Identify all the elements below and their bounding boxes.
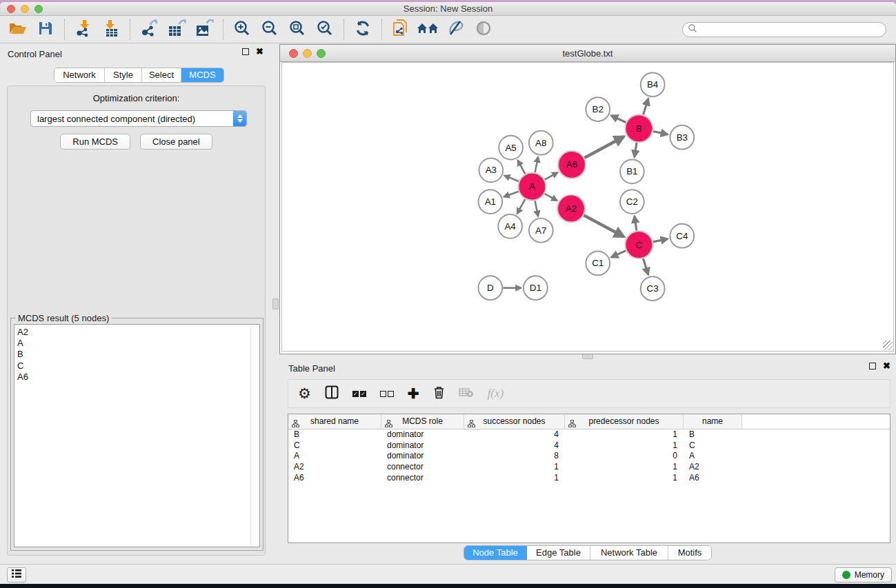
delete-row-button[interactable] [433, 385, 445, 402]
graph-node-C4[interactable]: C4 [670, 224, 694, 248]
memory-button[interactable]: Memory [835, 567, 892, 582]
close-panel-button[interactable]: Close panel [140, 134, 212, 150]
graph-node-C[interactable]: C [625, 231, 653, 258]
network-canvas[interactable]: AA1A2A3A4A5A6A7A8BB1B2B3B4CC1C2C3C4DD1 [281, 62, 894, 352]
node-table[interactable]: shared nameMCDS rolesuccessor nodesprede… [288, 414, 890, 543]
table-cell[interactable]: 1 [565, 429, 684, 440]
graph-node-B4[interactable]: B4 [641, 72, 665, 97]
export-image-button[interactable] [190, 18, 218, 41]
new-network-document-button[interactable] [387, 18, 415, 41]
graph-node-D[interactable]: D [478, 276, 502, 300]
graph-node-A4[interactable]: A4 [498, 214, 522, 239]
graph-edge-A-A4[interactable] [517, 199, 526, 214]
graph-node-C3[interactable]: C3 [641, 276, 665, 301]
add-row-button[interactable]: ✚ [408, 387, 419, 401]
table-cell[interactable]: B [288, 429, 381, 440]
table-cell[interactable]: A [288, 451, 381, 462]
zoom-in-button[interactable] [228, 18, 256, 41]
graph-node-A3[interactable]: A3 [479, 159, 503, 183]
float-table-panel-icon[interactable] [869, 363, 876, 369]
export-network-button[interactable] [135, 18, 163, 41]
graph-edge-B-B2[interactable] [611, 116, 626, 123]
deselect-all-check-button[interactable] [380, 391, 394, 397]
table-cell[interactable]: A6 [684, 473, 742, 484]
run-mcds-button[interactable]: Run MCDS [60, 134, 130, 150]
table-cell[interactable]: C [684, 440, 742, 452]
table-cell[interactable]: 1 [565, 440, 684, 452]
minimize-window-button[interactable] [21, 5, 29, 13]
table-cell[interactable]: dominator [381, 451, 464, 462]
export-table-button[interactable] [163, 18, 190, 41]
network-close-button[interactable] [289, 49, 298, 58]
graph-node-A8[interactable]: A8 [529, 131, 553, 155]
network-zoom-button[interactable] [317, 49, 326, 58]
graph-node-B[interactable]: B [625, 114, 653, 142]
graph-node-A7[interactable]: A7 [529, 219, 553, 243]
refresh-view-button[interactable] [349, 18, 377, 41]
table-row[interactable]: A6connector11A6 [288, 473, 890, 484]
table-cell[interactable]: 1 [565, 473, 684, 484]
graph-edge-C-C4[interactable] [653, 239, 668, 242]
column-header-mcds-role[interactable]: MCDS role [381, 414, 464, 429]
graph-edge-C-C3[interactable] [644, 258, 648, 274]
graph-edge-A2-C[interactable] [584, 215, 624, 236]
vertical-splitter-handle[interactable] [272, 298, 279, 310]
import-table-button[interactable] [97, 18, 125, 41]
column-header-predecessor-nodes[interactable]: predecessor nodes [565, 414, 684, 429]
graph-node-B3[interactable]: B3 [670, 125, 694, 150]
table-cell[interactable]: B [684, 429, 742, 440]
graph-edge-A-A3[interactable] [504, 176, 519, 181]
task-history-button[interactable] [7, 567, 26, 582]
result-list-item[interactable]: B [14, 349, 259, 360]
open-session-button[interactable] [4, 18, 32, 41]
table-cell[interactable]: A6 [288, 473, 381, 484]
table-cell[interactable]: connector [381, 462, 464, 473]
function-builder-button[interactable]: f(x) [488, 387, 504, 401]
delete-table-button[interactable] [459, 387, 474, 401]
graph-edge-B-B4[interactable] [644, 99, 648, 114]
result-list-item[interactable]: A2 [14, 327, 259, 338]
result-list-item[interactable]: A [14, 338, 259, 349]
graph-node-C1[interactable]: C1 [586, 252, 610, 276]
graph-node-D1[interactable]: D1 [524, 276, 548, 300]
column-header-successor-nodes[interactable]: successor nodes [464, 414, 565, 429]
graph-edge-C-C2[interactable] [635, 216, 637, 231]
graph-node-A6[interactable]: A6 [558, 151, 586, 179]
table-tab-motifs[interactable]: Motifs [668, 546, 711, 560]
save-session-button[interactable] [32, 18, 59, 41]
search-input[interactable] [697, 25, 881, 34]
column-header-name[interactable]: name [684, 414, 742, 429]
zoom-window-button[interactable] [34, 5, 43, 13]
table-row[interactable]: Adominator80A [288, 451, 890, 462]
table-cell[interactable]: 0 [565, 451, 684, 462]
close-panel-icon[interactable]: ✖ [256, 48, 263, 55]
graph-node-A[interactable]: A [519, 173, 546, 201]
close-window-button[interactable] [7, 5, 15, 13]
column-manager-button[interactable] [325, 385, 339, 402]
zoom-fit-button[interactable] [283, 18, 311, 41]
table-tab-node-table[interactable]: Node Table [464, 546, 527, 560]
table-cell[interactable]: dominator [381, 429, 464, 440]
result-list-scrollbar[interactable] [250, 325, 259, 547]
resize-grip[interactable] [883, 341, 893, 350]
table-cell[interactable]: connector [381, 473, 464, 484]
graph-edge-A-A6[interactable] [545, 172, 558, 179]
table-cell[interactable]: 1 [464, 473, 565, 484]
network-minimize-button[interactable] [303, 49, 312, 58]
table-row[interactable]: Bdominator41B [288, 429, 890, 440]
mcds-result-list[interactable]: A2ABCA6 [14, 324, 260, 547]
table-row[interactable]: A2connector11A2 [288, 462, 890, 473]
graph-node-C2[interactable]: C2 [620, 190, 644, 214]
table-cell[interactable]: 4 [464, 429, 565, 440]
table-cell[interactable]: dominator [381, 440, 464, 452]
table-cell[interactable]: 4 [464, 440, 565, 452]
graph-edge-A-A7[interactable] [535, 201, 539, 216]
graph-edge-C-C1[interactable] [611, 251, 626, 257]
home-button[interactable] [415, 18, 442, 41]
graph-node-A2[interactable]: A2 [557, 195, 585, 223]
graph-edge-B-B3[interactable] [653, 132, 668, 134]
graph-node-A1[interactable]: A1 [478, 190, 502, 214]
column-header-shared-name[interactable]: shared name [288, 414, 381, 429]
float-panel-icon[interactable] [242, 48, 249, 55]
show-hide-view-button[interactable] [470, 18, 497, 41]
